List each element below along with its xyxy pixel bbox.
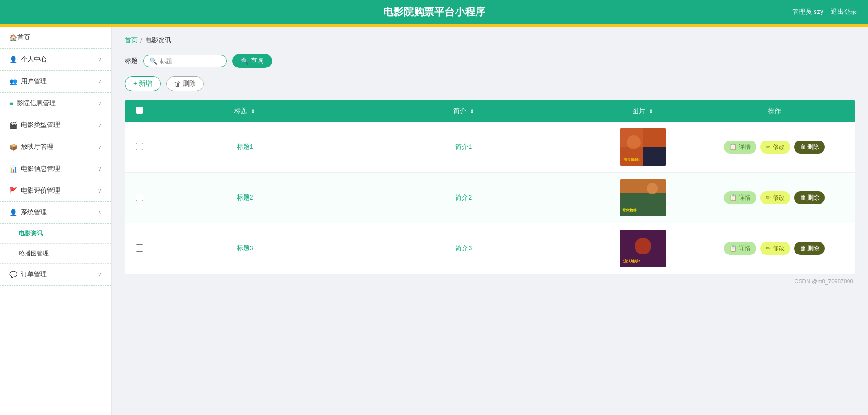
row-title[interactable]: 标题3: [154, 223, 336, 274]
th-title-label: 标题: [234, 107, 247, 114]
search-input[interactable]: [160, 58, 211, 65]
row-actions: 📋 详情 ✏ 修改 🗑 删除: [699, 191, 850, 204]
sidebar-item-hall-mgmt[interactable]: 📦 放映厅管理 ∨: [0, 136, 111, 158]
detail-button[interactable]: 📋 详情: [724, 242, 756, 255]
chevron-down-icon-2: ∨: [98, 78, 102, 85]
row-thumbnail: 紧急救援: [620, 179, 666, 216]
row-checkbox[interactable]: [136, 244, 143, 252]
svg-point-3: [627, 135, 641, 149]
svg-rect-2: [643, 147, 666, 166]
svg-text:流浪地球2: 流浪地球2: [623, 259, 641, 263]
chevron-up-icon: ∧: [98, 209, 102, 216]
sidebar-sub-banner-mgmt[interactable]: 轮播图管理: [0, 244, 111, 264]
svg-text:流浪地球2: 流浪地球2: [623, 157, 641, 162]
sidebar-movie-type-label: 电影类型管理: [21, 121, 60, 129]
th-desc-label: 简介: [453, 107, 466, 114]
movie-news-label: 电影资讯: [19, 230, 43, 237]
chevron-down-icon-6: ∨: [98, 166, 102, 172]
edit-icon: ✏: [766, 143, 771, 150]
chevron-down-icon: ∨: [98, 56, 102, 63]
del-icon: 🗑: [800, 143, 806, 150]
detail-button[interactable]: 📋 详情: [724, 191, 756, 204]
review-icon: 🚩: [9, 187, 17, 194]
personal-icon: 👤: [9, 56, 17, 63]
delete-button[interactable]: 🗑 删除: [794, 242, 825, 255]
sidebar-item-movie-review[interactable]: 🚩 电影评价管理 ∨: [0, 180, 111, 202]
batch-delete-button[interactable]: 🗑 删除: [166, 76, 204, 91]
add-button[interactable]: + 新增: [125, 76, 161, 91]
detail-icon: 📋: [729, 143, 737, 150]
search-icon: 🔍: [149, 57, 157, 65]
sort-title-icon[interactable]: ⇕: [251, 108, 255, 114]
chevron-down-icon-4: ∨: [98, 122, 102, 128]
th-op-label: 操作: [768, 107, 781, 114]
search-input-wrap: 🔍: [143, 55, 227, 67]
search-button[interactable]: 🔍 查询: [232, 54, 272, 68]
row-thumbnail: 流浪地球2: [620, 230, 666, 267]
logout-button[interactable]: 退出登录: [831, 8, 857, 16]
sidebar-item-order-mgmt[interactable]: 💬 订单管理 ∨: [0, 264, 111, 286]
app-header: 电影院购票平台小程序 管理员 szy 退出登录: [0, 0, 868, 24]
row-img-cell: 流浪地球2: [591, 122, 695, 173]
edit-button[interactable]: ✏ 修改: [760, 242, 790, 255]
edit-button[interactable]: ✏ 修改: [760, 141, 790, 154]
search-bar: 标题 🔍 🔍 查询: [125, 54, 855, 68]
row-checkbox[interactable]: [136, 143, 143, 150]
detail-button[interactable]: 📋 详情: [724, 141, 756, 154]
th-img-label: 图片: [632, 107, 645, 114]
sidebar: 🏠 首页 👤 个人中心 ∨ 👥 用户管理 ∨ ≡ 影院信息管理 ∨: [0, 27, 112, 415]
data-table: 标题 ⇕ 简介 ⇕ 图片 ⇕ 操作: [125, 100, 855, 274]
sidebar-item-movie-type[interactable]: 🎬 电影类型管理 ∨: [0, 114, 111, 136]
row-title[interactable]: 标题1: [154, 122, 336, 173]
table-row: 标题2 简介2 紧急救援: [125, 173, 855, 223]
breadcrumb-current: 电影资讯: [145, 36, 171, 45]
sort-desc-icon[interactable]: ⇕: [470, 108, 474, 114]
th-checkbox[interactable]: [125, 100, 154, 122]
chevron-down-icon-5: ∨: [98, 144, 102, 150]
sidebar-item-sys-mgmt[interactable]: 👤 系统管理 ∧: [0, 202, 111, 224]
row-checkbox-cell: [125, 173, 154, 223]
del-icon: 🗑: [800, 245, 806, 252]
row-checkbox[interactable]: [136, 194, 143, 201]
sidebar-item-personal[interactable]: 👤 个人中心 ∨: [0, 49, 111, 71]
order-icon: 💬: [9, 271, 17, 278]
row-actions-cell: 📋 详情 ✏ 修改 🗑 删除: [694, 173, 855, 223]
sidebar-item-home[interactable]: 🏠 首页: [0, 27, 111, 49]
breadcrumb-home[interactable]: 首页: [125, 36, 138, 45]
main-content: 首页 / 电影资讯 标题 🔍 🔍 查询 + 新增 🗑 删除: [112, 27, 868, 415]
delete-button[interactable]: 🗑 删除: [794, 191, 825, 204]
banner-mgmt-label: 轮播图管理: [19, 250, 49, 257]
movie-info-icon: 📊: [9, 165, 17, 173]
th-title: 标题 ⇕: [154, 100, 336, 122]
row-checkbox-cell: [125, 223, 154, 274]
sys-icon: 👤: [9, 209, 17, 216]
table-row: 标题1 简介1 流浪地球2: [125, 122, 855, 173]
sidebar-item-movie-info[interactable]: 📊 电影信息管理 ∨: [0, 158, 111, 180]
breadcrumb-sep: /: [140, 37, 142, 44]
delete-button[interactable]: 🗑 删除: [794, 141, 825, 154]
search-label: 标题: [125, 57, 138, 65]
breadcrumb: 首页 / 电影资讯: [125, 36, 855, 45]
sidebar-sub-movie-news[interactable]: 电影资讯: [0, 224, 111, 244]
select-all-checkbox[interactable]: [136, 107, 143, 114]
app-title: 电影院购票平台小程序: [383, 5, 485, 19]
row-title[interactable]: 标题2: [154, 173, 336, 223]
sidebar-movie-info-label: 电影信息管理: [21, 165, 60, 173]
svg-text:紧急救援: 紧急救援: [622, 208, 637, 213]
sidebar-item-user-mgmt[interactable]: 👥 用户管理 ∨: [0, 71, 111, 93]
sidebar-review-label: 电影评价管理: [21, 187, 60, 195]
th-img: 图片 ⇕: [591, 100, 695, 122]
row-actions-cell: 📋 详情 ✏ 修改 🗑 删除: [694, 223, 855, 274]
home-icon: 🏠: [9, 34, 17, 41]
cinema-icon: ≡: [9, 100, 13, 107]
sidebar-item-cinema-mgmt[interactable]: ≡ 影院信息管理 ∨: [0, 93, 111, 114]
users-icon: 👥: [9, 78, 17, 85]
svg-rect-6: [620, 193, 666, 216]
sort-img-icon[interactable]: ⇕: [649, 108, 653, 114]
table-row: 标题3 简介3 流浪地球2: [125, 223, 855, 274]
row-desc: 简介2: [336, 173, 591, 223]
edit-button[interactable]: ✏ 修改: [760, 191, 790, 204]
row-desc: 简介3: [336, 223, 591, 274]
row-actions: 📋 详情 ✏ 修改 🗑 删除: [699, 141, 850, 154]
detail-icon: 📋: [729, 194, 737, 201]
